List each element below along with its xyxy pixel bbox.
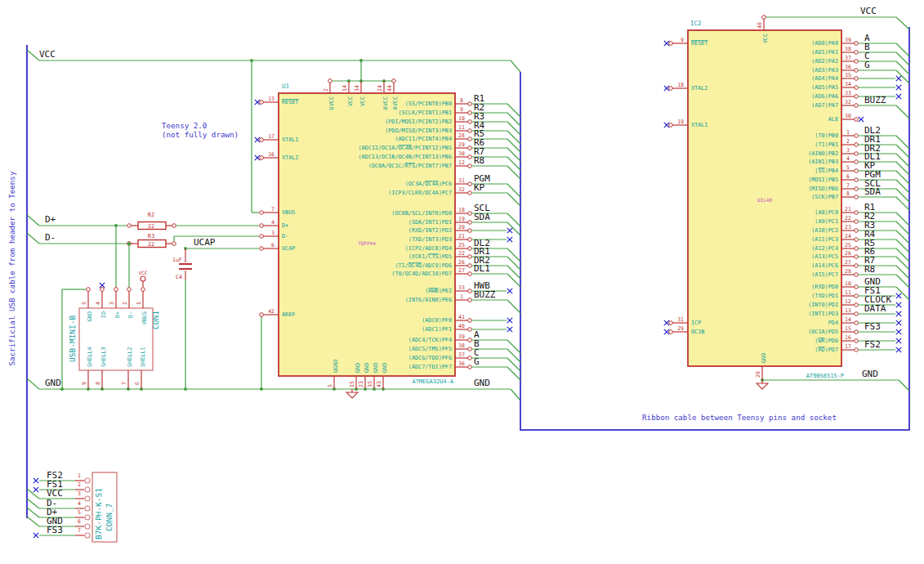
conn7-pad <box>85 506 90 511</box>
pin-end-circle <box>172 242 176 246</box>
ic2-pin-14-name: PD4 <box>828 320 838 326</box>
ic2-pin-7-number: 7 <box>846 182 850 189</box>
pin-end-circle <box>855 348 859 352</box>
con1-pin-9-name: SHELL4 <box>87 347 93 367</box>
ic2-pin-35-name: (AD4)PA4 <box>811 75 838 82</box>
ic2-pin-26-number: 26 <box>845 250 851 257</box>
bus-entry <box>507 248 520 262</box>
pin-end-circle <box>855 178 859 182</box>
wire <box>27 215 39 226</box>
u1-pin-38-name: (ADC5/TMS)PF5 <box>408 346 452 352</box>
u1-pin-28-number: 28 <box>458 132 465 139</box>
u1-pin-14-name: VCC <box>347 96 354 106</box>
con1-pin-4-number: 4 <box>95 302 101 305</box>
pin-end-circle <box>468 328 472 332</box>
ic2-pin-38-number: 38 <box>845 46 851 52</box>
pin-end-circle <box>468 347 472 351</box>
u1-pin-35-number: 35 <box>367 381 373 387</box>
net-label-BUZZ: BUZZ <box>474 289 496 300</box>
u1-pin-43-name: GND <box>382 363 388 373</box>
pin-end-circle <box>127 224 132 228</box>
ic2-pin-33-number: 33 <box>845 90 851 96</box>
pin-end-circle <box>468 272 472 276</box>
net-label-G: G <box>474 356 480 367</box>
con1-value: USB-MINI-B <box>68 316 77 362</box>
u1-pin-21-name: (TXD/INT3)PD3 <box>408 236 452 243</box>
bus-entry <box>507 274 520 287</box>
pin-end-circle <box>468 129 472 133</box>
net-label-DATA: DATA <box>864 303 886 314</box>
pin-end-circle <box>468 365 472 369</box>
pin-end-circle <box>100 288 105 292</box>
ic2-pin-7-name: (MISO)PB6 <box>808 186 838 192</box>
u1-pin-14-number: 14 <box>341 85 348 92</box>
bus-entry <box>896 105 909 119</box>
ic2-pin-1-number: 1 <box>846 129 850 136</box>
pin-end-circle <box>172 224 176 228</box>
r3-reference: R3 <box>148 233 154 239</box>
u1-pin-42-name: AREF <box>282 311 295 318</box>
conn7-pad <box>85 515 90 520</box>
bus-entry <box>27 508 39 517</box>
pin-end-circle <box>855 247 859 251</box>
u1-pin-10-number: 10 <box>458 115 465 122</box>
schematic-canvas: VCCGNDGNDD+R222D-R322UCAP1uFC4VCCGNDU1TQ… <box>0 0 924 564</box>
pin-end-circle <box>468 338 472 342</box>
u1-pin-27-number: 27 <box>458 267 465 274</box>
pin-end-circle <box>468 221 472 225</box>
u1-pin-41-name: (ADC0)PF0 <box>422 317 452 324</box>
pin-end-circle <box>392 79 396 83</box>
ic2-pin-5-name: (SS)PB4 <box>815 168 838 174</box>
pin-end-circle <box>855 211 859 215</box>
ic2-pin-16-number: 16 <box>845 334 851 341</box>
u1-pin-18-number: 18 <box>458 207 465 213</box>
conn7-pin-5-number: 5 <box>78 509 81 516</box>
note-sacrificial-cable: Sacrificial USB cable from header to Tee… <box>7 167 16 371</box>
con1-pin-1-number: 1 <box>136 302 142 305</box>
ic2-pin-22-number: 22 <box>845 215 851 222</box>
u1-pin-18-name: (OC0B/SCL/INT0)PD0 <box>391 210 452 217</box>
u1-pin-5-name: UGND <box>333 360 339 373</box>
ic2-pin-23-number: 23 <box>845 224 851 231</box>
conn7-pin-1-number: 1 <box>78 472 81 479</box>
u1-pin-12-name: (OC0A/OC1C/RTS/PCINT7)PB7 <box>368 163 452 169</box>
ic2-pin-24-name: (A11)PC3 <box>811 236 838 243</box>
net-label-FS3: FS3 <box>864 321 881 332</box>
pin-end-circle <box>855 77 859 81</box>
net-label-FS3: FS3 <box>47 525 63 535</box>
pin-end-circle <box>468 102 472 106</box>
pin-end-circle <box>855 264 859 268</box>
u1-pin-19-name: (SDA/INT1)PD1 <box>408 219 452 226</box>
net-label-BUZZ: BUZZ <box>864 95 886 105</box>
ic2-pin-37-name: (AD2)PA2 <box>811 58 838 65</box>
pin-end-circle <box>855 238 859 242</box>
net-label-G: G <box>864 60 870 70</box>
con1-pin-3-name: D+ <box>114 311 121 318</box>
ic2-pin-34-number: 34 <box>845 81 851 87</box>
ic2-pin-8-name: (SCK)PB7 <box>811 194 838 200</box>
ic2-pin-3-name: (AIN0)PB2 <box>808 150 838 157</box>
u1-pin-15-name: GND <box>355 363 361 373</box>
wire <box>27 378 39 389</box>
u1-pin-26-number: 26 <box>458 259 465 266</box>
ic2-pin-34-name: (AD5)PA5 <box>811 84 838 91</box>
pin-end-circle <box>468 356 472 360</box>
ic2-pin-17-name: (RD)PD7 <box>815 347 838 353</box>
net-label-D+: D+ <box>45 214 56 225</box>
u1-pin-23-number: 23 <box>358 381 364 387</box>
pin-end-circle <box>141 288 145 292</box>
pin-end-circle <box>855 86 859 90</box>
u1-pin-4-name: D+ <box>282 222 288 229</box>
ic2-reference: IC2 <box>690 20 702 27</box>
ic2-pin-17-number: 17 <box>845 343 851 350</box>
u1-pin-10-name: (PDI/MOSI/PCINT2)PB2 <box>385 119 452 125</box>
u1-pin-31-name: (OC3A/OC4A)PC6 <box>405 181 452 187</box>
pin-end-circle <box>855 220 859 224</box>
u1-pin-44-name: AVCC <box>392 96 399 110</box>
pin-end-circle <box>855 160 859 164</box>
ic2-pin-13-name: (INT1)PD3 <box>808 311 838 317</box>
net-label-UCAP: UCAP <box>194 237 216 248</box>
con1-pin-3-number: 3 <box>109 302 115 305</box>
conn7-pad <box>85 524 90 529</box>
ic2-pin-19-number: 19 <box>677 119 684 125</box>
